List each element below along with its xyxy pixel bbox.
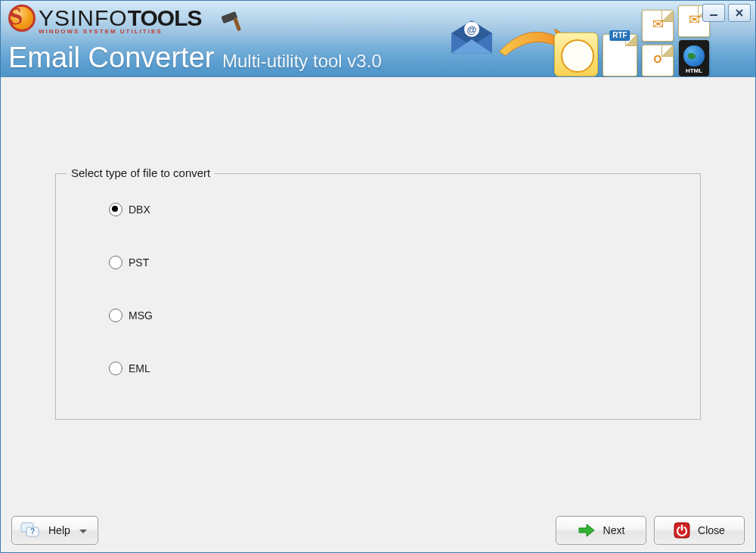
brand-logo-icon: S xyxy=(8,5,36,32)
radio-msg[interactable]: MSG xyxy=(109,307,700,324)
window-close-button[interactable] xyxy=(728,4,751,22)
radio-indicator-icon xyxy=(109,203,122,216)
footer-bar: ? Help Next xyxy=(1,508,755,552)
window-minimize-button[interactable] xyxy=(702,4,725,22)
header-banner: S YSINFOTOOLS WINDOWS SYSTEM UTILITIES E… xyxy=(1,1,755,77)
close-button[interactable]: Close xyxy=(654,516,745,545)
radio-label: EML xyxy=(129,363,150,374)
help-button[interactable]: ? Help xyxy=(11,516,98,545)
header-format-icons: RTF ✉ O ✉ HTML xyxy=(554,5,710,76)
radio-eml[interactable]: EML xyxy=(109,360,700,377)
radio-dbx[interactable]: DBX xyxy=(109,201,700,218)
chevron-down-icon xyxy=(79,525,87,536)
file-type-group: Select type of file to convert DBXPSTMSG… xyxy=(55,166,701,420)
wizard-page: Select type of file to convert DBXPSTMSG… xyxy=(1,77,755,508)
radio-label: MSG xyxy=(129,310,153,321)
svg-text:@: @ xyxy=(467,24,477,36)
minimize-icon xyxy=(708,8,719,17)
window-caption-buttons xyxy=(702,4,751,22)
radio-label: PST xyxy=(129,257,149,268)
radio-pst[interactable]: PST xyxy=(109,254,700,271)
close-icon xyxy=(734,8,745,17)
product-subtitle: Multi-utility tool v3.0 xyxy=(222,51,382,71)
svg-rect-4 xyxy=(233,17,241,32)
brand-tagline: WINDOWS SYSTEM UTILITIES xyxy=(39,29,163,35)
next-button-label: Next xyxy=(603,525,625,536)
radio-indicator-icon xyxy=(109,256,122,269)
file-type-legend: Select type of file to convert xyxy=(67,166,215,180)
eml-file-icon: ✉ xyxy=(642,10,674,42)
help-button-label: Help xyxy=(48,525,70,536)
rtf-file-icon: RTF xyxy=(603,34,637,76)
brand-name: YSINFOTOOLS xyxy=(39,7,201,30)
outlook-clock-icon xyxy=(554,33,598,76)
svg-text:?: ? xyxy=(30,527,35,536)
power-icon xyxy=(674,522,690,539)
radio-indicator-icon xyxy=(109,309,122,322)
email-envelope-icon: @ xyxy=(445,20,498,58)
svg-rect-17 xyxy=(681,525,683,530)
product-title: Email Converter Multi-utility tool v3.0 xyxy=(8,43,382,72)
next-arrow-icon xyxy=(578,523,596,538)
html-file-icon: HTML xyxy=(679,40,709,76)
app-window: S YSINFOTOOLS WINDOWS SYSTEM UTILITIES E… xyxy=(0,0,756,553)
hammer-icon xyxy=(217,2,257,38)
next-button[interactable]: Next xyxy=(556,516,646,545)
radio-label: DBX xyxy=(129,204,150,215)
close-button-label: Close xyxy=(698,525,725,536)
svg-rect-0 xyxy=(710,14,717,16)
pst-file-icon: O xyxy=(642,45,674,76)
help-icon: ? xyxy=(20,520,41,540)
radio-indicator-icon xyxy=(109,362,122,375)
